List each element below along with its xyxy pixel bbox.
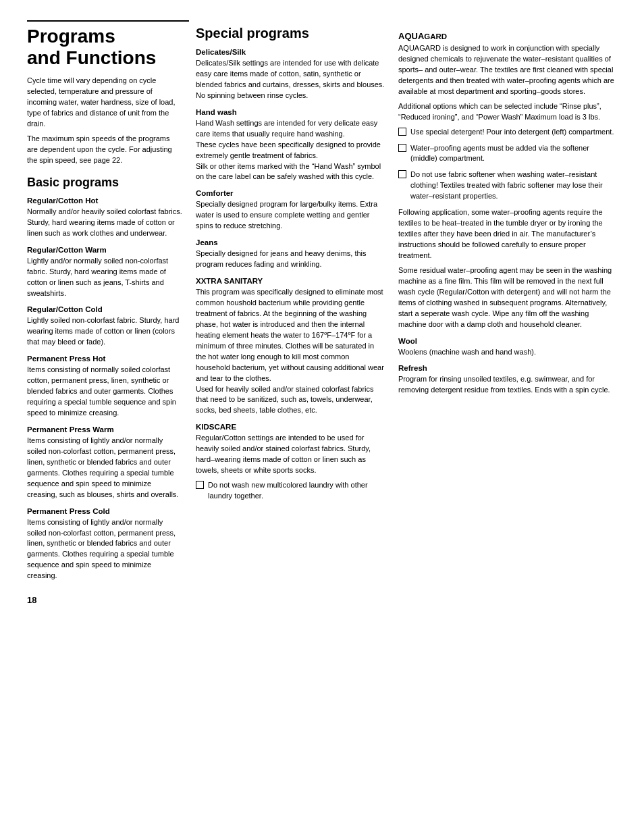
subsection-regular-hot-title: Regular/Cotton Hot [27, 197, 182, 205]
aquagard-checkbox-text-3: Do not use fabric softener when washing … [410, 170, 617, 202]
aquagard-body4: Some residual water–proofing agent may b… [398, 265, 617, 330]
subsection-perm-hot-title: Permanent Press Hot [27, 355, 182, 363]
middle-column: Special programs Delicates/Silk Delicate… [196, 26, 385, 605]
aquagard-body3: Following application, some water–proofi… [398, 207, 617, 261]
subsection-regular-warm-title: Regular/Cotton Warm [27, 246, 182, 254]
basic-programs-title: Basic programs [27, 176, 182, 190]
kids-bold-text: KIDS [196, 423, 214, 431]
main-content: Programs and Functions Cycle time will v… [27, 26, 617, 605]
gard-text: GARD [424, 32, 447, 41]
aquagard-checkbox-box-3[interactable] [398, 170, 406, 178]
aquagard-title: AQUAGARD [398, 31, 617, 41]
refresh-title: Refresh [398, 364, 617, 372]
aquagard-body1: AQUAGARD is designed to work in conjunct… [398, 43, 617, 97]
page: Programs and Functions Cycle time will v… [27, 20, 617, 605]
care-text: CARE [214, 423, 236, 431]
subsection-jeans-body: Specially designed for jeans and heavy d… [196, 249, 385, 270]
kidscare-checkbox[interactable] [196, 481, 204, 489]
aquagard-checkbox-text-2: Water–proofing agents must be added via … [410, 143, 617, 165]
subsection-delicates-title: Delicates/Silk [196, 48, 385, 56]
subsection-kidscare-body: Regular/Cotton settings are intended to … [196, 433, 385, 476]
subsection-kidscare-title: KIDSCARE [196, 423, 385, 431]
aquagard-checkbox-box-1[interactable] [398, 128, 406, 136]
special-programs-title: Special programs [196, 26, 385, 41]
subsection-xxtra-body: This program was specifically designed t… [196, 287, 385, 416]
left-column: Programs and Functions Cycle time will v… [27, 26, 182, 605]
subsection-perm-cold-body: Items consisting of lightly and/or norma… [27, 517, 182, 582]
kidscare-checkbox-item: Do not wash new multicolored laundry wit… [196, 480, 385, 502]
subsection-jeans-title: Jeans [196, 238, 385, 246]
subsection-comforter-title: Comforter [196, 189, 385, 197]
subsection-perm-warm-body: Items consisting of lightly and/or norma… [27, 436, 182, 500]
subsection-perm-cold-title: Permanent Press Cold [27, 507, 182, 515]
aquagard-body2: Additional options which can be selected… [398, 101, 617, 123]
subsection-xxtra-title: XXTRA SANITARY [196, 277, 385, 285]
subsection-regular-warm-body: Lightly and/or normally soiled non-color… [27, 256, 182, 299]
aquagard-checkbox-1: Use special detergent! Pour into deterge… [398, 127, 617, 138]
page-number: 18 [27, 595, 182, 605]
subsection-handwash-body: Hand Wash settings are intended for very… [196, 118, 385, 183]
kidscare-checkbox-text: Do not wash new multicolored laundry wit… [208, 480, 385, 502]
page-title: Programs and Functions [27, 26, 182, 69]
subsection-perm-hot-body: Items consisting of normally soiled colo… [27, 365, 182, 419]
refresh-body: Program for rinsing unsoiled textiles, e… [398, 374, 617, 396]
aqua-text: AQUA [398, 31, 424, 41]
aquagard-checkbox-text-1: Use special detergent! Pour into deterge… [410, 127, 614, 138]
subsection-comforter-body: Specially designed program for large/bul… [196, 199, 385, 232]
wool-title: Wool [398, 337, 617, 345]
subsection-delicates-body: Delicates/Silk settings are intended for… [196, 58, 385, 101]
aquagard-checkbox-3: Do not use fabric softener when washing … [398, 170, 617, 202]
right-column: AQUAGARD AQUAGARD is designed to work in… [398, 26, 617, 605]
subsection-handwash-title: Hand wash [196, 108, 385, 116]
aquagard-checkbox-2: Water–proofing agents must be added via … [398, 143, 617, 165]
subsection-perm-warm-title: Permanent Press Warm [27, 425, 182, 434]
intro-para-2: The maximum spin speeds of the programs … [27, 134, 182, 166]
wool-body: Woolens (machine wash and hand wash). [398, 347, 617, 358]
aquagard-checkbox-box-2[interactable] [398, 144, 406, 152]
subsection-regular-hot-body: Normally and/or heavily soiled colorfast… [27, 207, 182, 239]
subsection-regular-cold-body: Lightly soiled non-colorfast fabric. Stu… [27, 315, 182, 348]
intro-para-1: Cycle time will vary depending on cycle … [27, 76, 182, 130]
top-rule [27, 20, 189, 22]
subsection-regular-cold-title: Regular/Cotton Cold [27, 305, 182, 313]
